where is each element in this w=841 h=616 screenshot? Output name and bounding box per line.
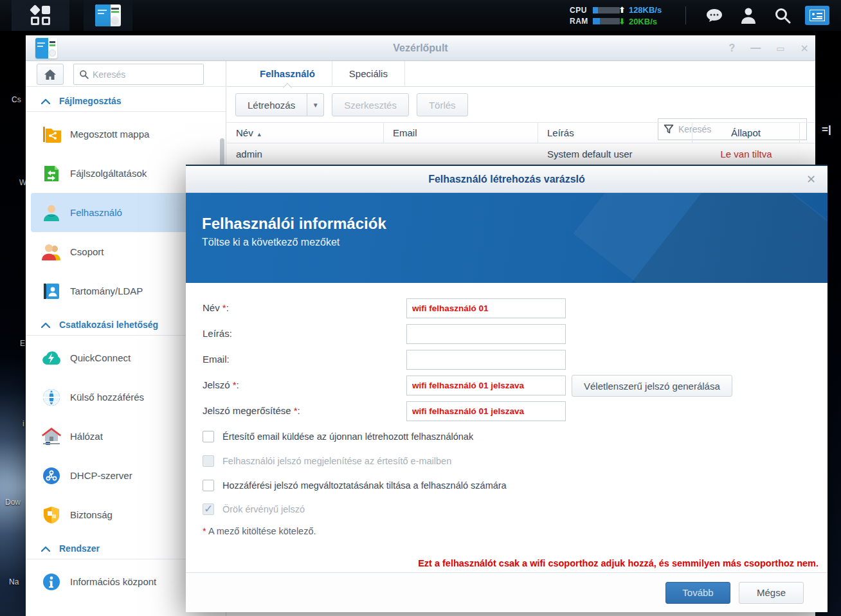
checkbox[interactable] [203,431,214,442]
pilot-view-button[interactable] [805,6,829,25]
column-header-email[interactable]: Email [384,122,538,143]
upload-arrow-icon: ⬆ [619,5,626,15]
control-panel-icon [95,5,121,26]
user-icon [41,203,61,222]
cpu-label: CPU [570,6,593,15]
desktop-icon-label[interactable]: Dow [5,498,21,507]
sidebar-item-label: Fájlszolgáltatások [70,168,147,179]
cell-állapot: Le van tiltva [692,149,800,159]
edit-button[interactable]: Szerkesztés [332,93,409,116]
sidebar-search[interactable] [73,64,204,85]
notifications-button[interactable] [703,6,725,25]
home-icon [44,69,57,80]
checkbox-label: Felhasználói jelszó megjelenítése az ért… [222,455,451,467]
window-title: Vezérlőpult [26,35,815,61]
domain-ldap-icon [41,281,61,301]
field-input-2[interactable] [406,324,566,344]
annotation-text: Ezt a felhasználót csak a wifi csoportho… [418,558,818,568]
field-label: Jelszó megerősítése *: [203,405,300,416]
user-menu-button[interactable] [737,6,759,25]
checkbox-row[interactable]: Örök érvényű jelszó [203,503,305,516]
taskbar: CPU RAM ⬆ 128KB/s ⬇ 20KB/s [0,0,841,31]
dialog-body: Név *:Leírás:Email:Jelszó *:Véletlenszer… [186,283,827,572]
form-row: Név *: [186,298,827,319]
person-icon [741,7,756,24]
shared-folder-icon [41,124,61,144]
field-input-4[interactable] [406,376,566,395]
desktop-icon-label[interactable]: E [20,339,25,348]
tab-felhasznalo[interactable]: Felhasználó [243,61,332,87]
field-label: Név *: [203,302,229,313]
field-input-3[interactable] [406,350,566,370]
cell-név: admin [227,149,384,159]
checkbox-label: Értesítő email küldése az újonnan létreh… [222,431,473,443]
checkbox-label: Örök érvényű jelszó [222,503,305,516]
desktop-icon-label[interactable]: i [23,419,24,428]
minimize-button[interactable]: — [750,42,761,54]
checkbox-row[interactable]: Felhasználói jelszó megjelenítése az ért… [203,455,451,467]
control-panel-taskbar-button[interactable] [84,0,132,31]
sidebar-item-label: QuickConnect [70,352,131,363]
column-header-állapot[interactable]: Állapot [692,122,800,143]
field-label: Leírás: [203,328,232,339]
cell-leírás: System default user [538,149,692,159]
user-creation-dialog: Felhasználó létrehozás varázsló ✕ Felhas… [186,165,827,612]
checkbox [203,455,214,467]
dialog-footer: Tovább Mégse [186,572,827,612]
table-row[interactable]: adminSystem default userLe van tiltva [227,143,815,165]
field-input-5[interactable] [406,401,566,421]
dialog-titlebar[interactable]: Felhasználó létrehozás varázsló ✕ [186,166,827,193]
generate-password-button[interactable]: Véletlenszerű jelszó generálása [572,375,732,397]
group-icon [41,242,61,262]
checkbox[interactable] [203,480,214,491]
home-button[interactable] [37,64,64,85]
close-button[interactable]: ✕ [800,42,809,55]
info-center-icon [41,572,61,592]
sidebar-section-title: Csatlakozási lehetőség [59,320,158,330]
field-label: Jelszó *: [203,379,239,390]
form-row: Leírás: [186,324,827,345]
sidebar-item-label: Hálózat [70,431,103,442]
download-speed: 20KB/s [629,17,657,26]
file-services-icon [41,163,61,183]
checkbox-row[interactable]: Hozzáférési jelszó megváltoztatásának ti… [203,480,507,492]
chat-bubble-icon [706,8,723,23]
cancel-button[interactable]: Mégse [739,582,804,604]
column-header-név[interactable]: Név▲ [227,122,384,143]
external-access-icon [41,387,61,407]
chevron-up-icon [41,322,50,328]
help-button[interactable]: ? [729,42,736,54]
network-speeds: ⬆ 128KB/s ⬇ 20KB/s [619,4,662,27]
checkbox-label: Hozzáférési jelszó megváltoztatásának ti… [222,480,507,492]
checkbox-row[interactable]: Értesítő email küldése az újonnan létreh… [203,431,473,443]
create-button[interactable]: Létrehozás [235,93,307,116]
taskbar-separator [685,6,686,24]
toolbar: Létrehozás ▼ Szerkesztés Törlés [227,87,815,122]
main-menu-button[interactable] [12,0,69,31]
dialog-close-icon[interactable]: ✕ [806,166,816,193]
next-button[interactable]: Tovább [665,582,730,604]
column-header-leírás[interactable]: Leírás [538,122,692,143]
sidebar-item-label: Külső hozzáférés [70,392,144,403]
security-icon [41,505,61,525]
field-input-1[interactable] [406,298,566,318]
delete-button[interactable]: Törlés [417,93,468,116]
cpu-meter [593,7,620,14]
sidebar-item-user[interactable]: Felhasználó [31,193,212,232]
sidebar-item-label: Felhasználó [70,207,122,218]
sidebar-item-shared-folder[interactable]: Megosztott mappa [26,114,226,154]
sidebar-search-input[interactable] [93,69,198,80]
desktop-icon-label[interactable]: =| [822,123,831,136]
sidebar-section-0[interactable]: Fájlmegosztás [26,87,226,112]
desktop-icon-label[interactable]: Na [9,577,19,586]
desktop-icon-label[interactable]: Cs [12,95,21,104]
window-titlebar[interactable]: Vezérlőpult ? — ▭ ✕ [26,35,815,61]
sidebar-item-label: Biztonság [70,509,113,520]
resource-meters[interactable]: CPU RAM [570,5,620,26]
create-dropdown-button[interactable]: ▼ [307,93,324,116]
chevron-up-icon [41,98,50,104]
dialog-title: Felhasználó létrehozás varázsló [186,166,827,193]
maximize-button[interactable]: ▭ [776,43,784,53]
search-button[interactable] [772,6,793,25]
tab-specialis[interactable]: Speciális [332,61,405,87]
